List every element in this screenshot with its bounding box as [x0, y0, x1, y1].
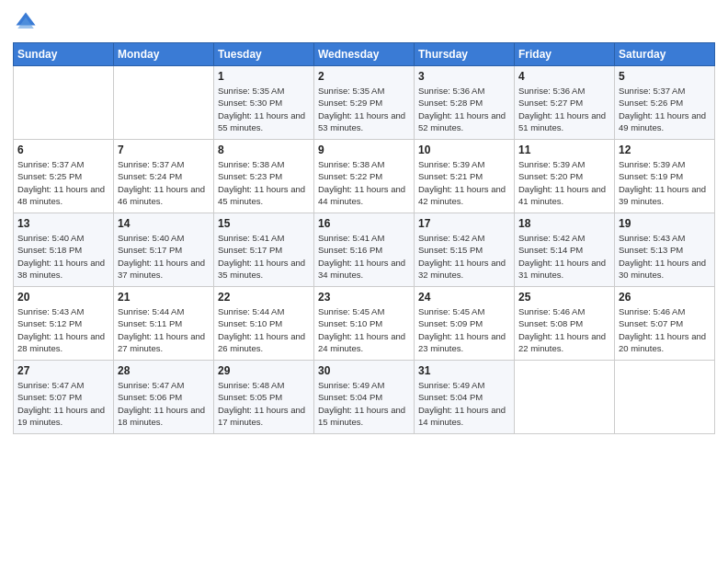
- day-info: Sunrise: 5:39 AM Sunset: 5:19 PM Dayligh…: [619, 158, 711, 207]
- day-info: Sunrise: 5:49 AM Sunset: 5:04 PM Dayligh…: [318, 379, 410, 428]
- day-info: Sunrise: 5:42 AM Sunset: 5:14 PM Dayligh…: [518, 232, 610, 281]
- day-cell: 12Sunrise: 5:39 AM Sunset: 5:19 PM Dayli…: [615, 140, 715, 213]
- col-header-tuesday: Tuesday: [214, 43, 314, 66]
- day-cell: 14Sunrise: 5:40 AM Sunset: 5:17 PM Dayli…: [114, 213, 214, 287]
- day-info: Sunrise: 5:45 AM Sunset: 5:10 PM Dayligh…: [318, 305, 410, 354]
- day-info: Sunrise: 5:36 AM Sunset: 5:27 PM Dayligh…: [518, 85, 610, 133]
- day-info: Sunrise: 5:44 AM Sunset: 5:10 PM Dayligh…: [218, 305, 310, 354]
- day-cell: 29Sunrise: 5:48 AM Sunset: 5:05 PM Dayli…: [214, 361, 314, 434]
- day-cell: 3Sunrise: 5:36 AM Sunset: 5:28 PM Daylig…: [415, 66, 515, 140]
- day-number: 12: [619, 144, 711, 156]
- day-cell: 16Sunrise: 5:41 AM Sunset: 5:16 PM Dayli…: [314, 213, 415, 287]
- day-number: 5: [619, 70, 711, 83]
- header-row: SundayMondayTuesdayWednesdayThursdayFrid…: [14, 43, 715, 66]
- day-number: 13: [17, 217, 109, 230]
- day-info: Sunrise: 5:36 AM Sunset: 5:28 PM Dayligh…: [418, 85, 510, 133]
- col-header-monday: Monday: [114, 43, 214, 66]
- week-row-4: 27Sunrise: 5:47 AM Sunset: 5:07 PM Dayli…: [14, 361, 715, 434]
- day-info: Sunrise: 5:39 AM Sunset: 5:21 PM Dayligh…: [418, 158, 510, 207]
- day-info: Sunrise: 5:37 AM Sunset: 5:26 PM Dayligh…: [619, 85, 711, 133]
- day-number: 27: [17, 364, 109, 377]
- day-cell: 26Sunrise: 5:46 AM Sunset: 5:07 PM Dayli…: [615, 287, 715, 361]
- logo: [13, 9, 42, 35]
- day-info: Sunrise: 5:35 AM Sunset: 5:30 PM Dayligh…: [218, 85, 310, 133]
- day-cell: 18Sunrise: 5:42 AM Sunset: 5:14 PM Dayli…: [515, 213, 615, 287]
- day-number: 16: [318, 217, 410, 230]
- col-header-thursday: Thursday: [415, 43, 515, 66]
- day-info: Sunrise: 5:38 AM Sunset: 5:22 PM Dayligh…: [318, 158, 410, 207]
- day-info: Sunrise: 5:47 AM Sunset: 5:06 PM Dayligh…: [118, 379, 210, 428]
- day-info: Sunrise: 5:44 AM Sunset: 5:11 PM Dayligh…: [118, 305, 210, 354]
- day-info: Sunrise: 5:46 AM Sunset: 5:07 PM Dayligh…: [619, 305, 711, 354]
- day-info: Sunrise: 5:40 AM Sunset: 5:18 PM Dayligh…: [17, 232, 109, 281]
- day-number: 9: [318, 144, 410, 156]
- day-cell: 4Sunrise: 5:36 AM Sunset: 5:27 PM Daylig…: [515, 66, 615, 140]
- day-cell: [14, 66, 114, 140]
- day-cell: 7Sunrise: 5:37 AM Sunset: 5:24 PM Daylig…: [114, 140, 214, 213]
- col-header-sunday: Sunday: [14, 43, 114, 66]
- day-cell: 1Sunrise: 5:35 AM Sunset: 5:30 PM Daylig…: [214, 66, 314, 140]
- day-info: Sunrise: 5:41 AM Sunset: 5:16 PM Dayligh…: [318, 232, 410, 281]
- day-cell: 20Sunrise: 5:43 AM Sunset: 5:12 PM Dayli…: [14, 287, 114, 361]
- day-cell: [615, 361, 715, 434]
- col-header-wednesday: Wednesday: [314, 43, 415, 66]
- day-cell: 31Sunrise: 5:49 AM Sunset: 5:04 PM Dayli…: [415, 361, 515, 434]
- day-number: 22: [218, 291, 310, 304]
- day-number: 26: [619, 291, 711, 304]
- day-cell: 11Sunrise: 5:39 AM Sunset: 5:20 PM Dayli…: [515, 140, 615, 213]
- day-cell: 30Sunrise: 5:49 AM Sunset: 5:04 PM Dayli…: [314, 361, 415, 434]
- day-info: Sunrise: 5:46 AM Sunset: 5:08 PM Dayligh…: [518, 305, 610, 354]
- header: [13, 9, 715, 35]
- logo-icon: [13, 9, 39, 35]
- day-cell: [114, 66, 214, 140]
- day-cell: 15Sunrise: 5:41 AM Sunset: 5:17 PM Dayli…: [214, 213, 314, 287]
- day-info: Sunrise: 5:43 AM Sunset: 5:12 PM Dayligh…: [17, 305, 109, 354]
- day-cell: 17Sunrise: 5:42 AM Sunset: 5:15 PM Dayli…: [415, 213, 515, 287]
- day-info: Sunrise: 5:47 AM Sunset: 5:07 PM Dayligh…: [17, 379, 109, 428]
- day-info: Sunrise: 5:43 AM Sunset: 5:13 PM Dayligh…: [619, 232, 711, 281]
- day-number: 25: [518, 291, 610, 304]
- day-info: Sunrise: 5:45 AM Sunset: 5:09 PM Dayligh…: [418, 305, 510, 354]
- day-cell: 22Sunrise: 5:44 AM Sunset: 5:10 PM Dayli…: [214, 287, 314, 361]
- day-cell: 23Sunrise: 5:45 AM Sunset: 5:10 PM Dayli…: [314, 287, 415, 361]
- day-number: 8: [218, 144, 310, 156]
- col-header-saturday: Saturday: [615, 43, 715, 66]
- week-row-1: 6Sunrise: 5:37 AM Sunset: 5:25 PM Daylig…: [14, 140, 715, 213]
- day-number: 21: [118, 291, 210, 304]
- day-info: Sunrise: 5:38 AM Sunset: 5:23 PM Dayligh…: [218, 158, 310, 207]
- week-row-0: 1Sunrise: 5:35 AM Sunset: 5:30 PM Daylig…: [14, 66, 715, 140]
- day-info: Sunrise: 5:42 AM Sunset: 5:15 PM Dayligh…: [418, 232, 510, 281]
- day-number: 1: [218, 70, 310, 83]
- day-info: Sunrise: 5:37 AM Sunset: 5:24 PM Dayligh…: [118, 158, 210, 207]
- day-info: Sunrise: 5:41 AM Sunset: 5:17 PM Dayligh…: [218, 232, 310, 281]
- day-info: Sunrise: 5:37 AM Sunset: 5:25 PM Dayligh…: [17, 158, 109, 207]
- week-row-3: 20Sunrise: 5:43 AM Sunset: 5:12 PM Dayli…: [14, 287, 715, 361]
- day-cell: 19Sunrise: 5:43 AM Sunset: 5:13 PM Dayli…: [615, 213, 715, 287]
- day-number: 17: [418, 217, 510, 230]
- day-number: 3: [418, 70, 510, 83]
- day-number: 30: [318, 364, 410, 377]
- day-number: 10: [418, 144, 510, 156]
- day-number: 15: [218, 217, 310, 230]
- day-cell: 28Sunrise: 5:47 AM Sunset: 5:06 PM Dayli…: [114, 361, 214, 434]
- day-number: 19: [619, 217, 711, 230]
- day-number: 31: [418, 364, 510, 377]
- day-number: 11: [518, 144, 610, 156]
- day-number: 2: [318, 70, 410, 83]
- day-number: 4: [518, 70, 610, 83]
- day-info: Sunrise: 5:39 AM Sunset: 5:20 PM Dayligh…: [518, 158, 610, 207]
- day-number: 6: [17, 144, 109, 156]
- page: SundayMondayTuesdayWednesdayThursdayFrid…: [0, 0, 728, 563]
- day-cell: [515, 361, 615, 434]
- calendar-table: SundayMondayTuesdayWednesdayThursdayFrid…: [13, 42, 715, 434]
- day-info: Sunrise: 5:40 AM Sunset: 5:17 PM Dayligh…: [118, 232, 210, 281]
- day-number: 18: [518, 217, 610, 230]
- day-cell: 2Sunrise: 5:35 AM Sunset: 5:29 PM Daylig…: [314, 66, 415, 140]
- day-number: 29: [218, 364, 310, 377]
- day-info: Sunrise: 5:49 AM Sunset: 5:04 PM Dayligh…: [418, 379, 510, 428]
- day-cell: 6Sunrise: 5:37 AM Sunset: 5:25 PM Daylig…: [14, 140, 114, 213]
- day-cell: 25Sunrise: 5:46 AM Sunset: 5:08 PM Dayli…: [515, 287, 615, 361]
- day-number: 7: [118, 144, 210, 156]
- week-row-2: 13Sunrise: 5:40 AM Sunset: 5:18 PM Dayli…: [14, 213, 715, 287]
- day-cell: 10Sunrise: 5:39 AM Sunset: 5:21 PM Dayli…: [415, 140, 515, 213]
